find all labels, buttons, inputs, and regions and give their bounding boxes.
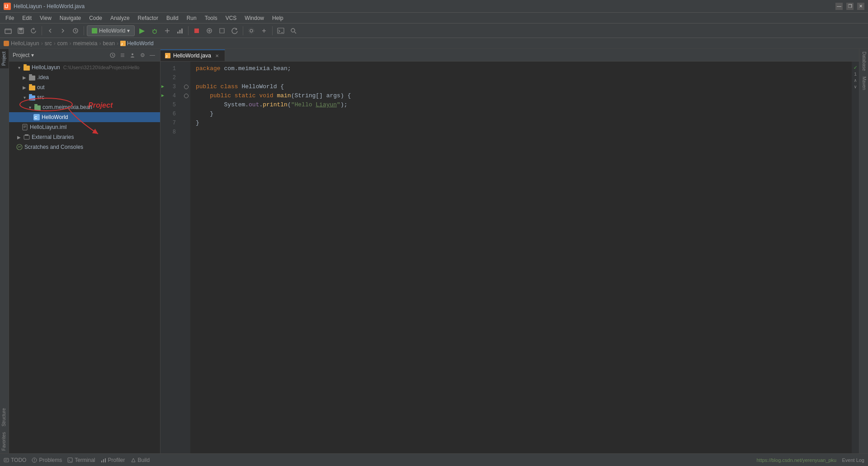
close-button[interactable]: ✕ bbox=[857, 3, 864, 10]
tab-bar: J HelloWorld.java ✕ bbox=[160, 49, 859, 62]
forward-button[interactable] bbox=[57, 25, 68, 36]
run-button[interactable]: ▶ bbox=[137, 25, 147, 36]
menu-code[interactable]: Code bbox=[85, 14, 106, 22]
expand-arrow-out[interactable]: ▶ bbox=[22, 85, 27, 90]
run-gutter-4[interactable]: ▶ bbox=[161, 91, 164, 100]
svg-rect-19 bbox=[4, 41, 9, 46]
up-arrow-icon[interactable]: ∧ bbox=[854, 78, 857, 83]
favorites-tab[interactable]: Favorites bbox=[0, 429, 9, 453]
build-button[interactable] bbox=[217, 25, 227, 36]
svg-rect-5 bbox=[19, 31, 22, 33]
breadcrumb-helloliayun[interactable]: HelloLiayun bbox=[11, 40, 39, 47]
expand-arrow-package[interactable]: ▾ bbox=[27, 105, 33, 110]
breadcrumb-src[interactable]: src bbox=[45, 40, 52, 47]
svg-rect-33 bbox=[34, 105, 41, 110]
search-button[interactable] bbox=[288, 25, 299, 36]
expand-arrow-idea[interactable]: ▶ bbox=[22, 75, 27, 80]
menu-help[interactable]: Help bbox=[269, 14, 287, 22]
menu-build[interactable]: Build bbox=[163, 14, 182, 22]
project-tab[interactable]: Project bbox=[0, 49, 9, 68]
svg-text:C: C bbox=[34, 115, 38, 120]
settings-button[interactable] bbox=[246, 25, 257, 36]
run-gutter-3[interactable]: ▶ bbox=[161, 82, 164, 91]
open-button[interactable] bbox=[3, 25, 14, 36]
tree-item-src[interactable]: ▾ src bbox=[9, 92, 160, 102]
line-num-7: 7 bbox=[160, 119, 179, 128]
menu-vcs[interactable]: VCS bbox=[222, 14, 241, 22]
down-arrow-icon[interactable]: ∨ bbox=[854, 84, 857, 90]
svg-rect-9 bbox=[177, 32, 179, 33]
profile-button[interactable] bbox=[175, 25, 185, 36]
build-button[interactable]: Build bbox=[131, 457, 150, 463]
tree-item-helloworld[interactable]: C HelloWorld bbox=[9, 112, 160, 122]
minimize-button[interactable]: — bbox=[835, 3, 843, 10]
menu-file[interactable]: File bbox=[2, 14, 18, 22]
breakpoint-indicator-4[interactable] bbox=[184, 94, 189, 98]
panel-settings-button[interactable]: ⚙ bbox=[138, 51, 146, 59]
breadcrumb-com[interactable]: com bbox=[57, 40, 68, 47]
coverage-button[interactable] bbox=[162, 25, 173, 36]
breadcrumb-meimeixia[interactable]: meimeixia bbox=[73, 40, 97, 47]
tree-item-iml[interactable]: HelloLiayun.iml bbox=[9, 122, 160, 132]
collapse-all-button[interactable] bbox=[118, 51, 127, 59]
tab-close-button[interactable]: ✕ bbox=[214, 52, 220, 59]
menu-navigate[interactable]: Navigate bbox=[56, 14, 85, 22]
breakpoint-indicator-3[interactable] bbox=[184, 85, 189, 89]
run-config-dropdown[interactable]: HelloWorld ▾ bbox=[87, 25, 135, 36]
back-button[interactable] bbox=[45, 25, 56, 36]
tree-item-scratches[interactable]: Scratches and Consoles bbox=[9, 142, 160, 152]
event-log-button[interactable]: Event Log bbox=[842, 457, 864, 463]
menu-run[interactable]: Run bbox=[183, 14, 200, 22]
debug-button[interactable] bbox=[149, 25, 160, 36]
java-file-icon: J bbox=[120, 41, 126, 46]
rerun-button[interactable] bbox=[229, 25, 240, 36]
svg-point-23 bbox=[132, 53, 133, 55]
todo-button[interactable]: TODO bbox=[4, 457, 26, 463]
maximize-button[interactable]: ❐ bbox=[846, 3, 854, 10]
database-tab[interactable]: Database bbox=[859, 49, 868, 74]
tree-item-idea[interactable]: ▶ .idea bbox=[9, 72, 160, 82]
svg-rect-28 bbox=[29, 74, 32, 76]
title-bar-controls[interactable]: — ❐ ✕ bbox=[835, 3, 864, 10]
menu-analyze[interactable]: Analyze bbox=[107, 14, 133, 22]
external-tools-button[interactable] bbox=[259, 25, 269, 36]
breadcrumb-bean[interactable]: bean bbox=[103, 40, 115, 47]
recent-files-button[interactable] bbox=[70, 25, 81, 36]
tree-item-package[interactable]: ▾ com.meimeixia.bean bbox=[9, 102, 160, 112]
editor-tab-helloworld[interactable]: J HelloWorld.java ✕ bbox=[160, 49, 225, 61]
svg-rect-47 bbox=[103, 459, 104, 462]
iml-icon bbox=[22, 124, 28, 130]
code-content[interactable]: package com.meimeixia.bean; public class… bbox=[190, 62, 852, 453]
tree-item-out[interactable]: ▶ out bbox=[9, 82, 160, 92]
menu-refactor[interactable]: Refactor bbox=[134, 14, 162, 22]
stop-button[interactable] bbox=[191, 25, 202, 36]
terminal-button[interactable]: Terminal bbox=[67, 457, 95, 463]
gutter-7 bbox=[182, 119, 190, 128]
structure-tab[interactable]: Structure bbox=[0, 405, 9, 429]
expand-arrow-src[interactable]: ▾ bbox=[22, 95, 27, 100]
menu-tools[interactable]: Tools bbox=[201, 14, 221, 22]
project-dropdown-arrow[interactable]: ▾ bbox=[31, 52, 34, 58]
problems-button[interactable]: Problems bbox=[32, 457, 62, 463]
expand-arrow-ext[interactable]: ▶ bbox=[16, 134, 22, 140]
code-line-4: public static void main(String[] args) { bbox=[196, 91, 852, 100]
expand-arrow-helloliayun[interactable]: ▾ bbox=[16, 65, 22, 70]
project-panel: Project ▾ ⚙ — bbox=[9, 49, 160, 453]
terminal-button[interactable] bbox=[275, 25, 286, 36]
menu-window[interactable]: Window bbox=[241, 14, 268, 22]
tree-item-ext-libraries[interactable]: ▶ External Libraries bbox=[9, 132, 160, 142]
save-all-button[interactable] bbox=[15, 25, 26, 36]
tree-item-helloliayun[interactable]: ▾ HelloLiayun C:\Users\32120\IdeaProject… bbox=[9, 62, 160, 72]
show-members-button[interactable] bbox=[128, 51, 137, 59]
synchronize-button[interactable] bbox=[28, 25, 39, 36]
build-project-button[interactable] bbox=[204, 25, 215, 36]
menu-edit[interactable]: Edit bbox=[19, 14, 35, 22]
svg-rect-10 bbox=[179, 30, 181, 33]
profiler-button[interactable]: Profiler bbox=[101, 457, 125, 463]
panel-close-button[interactable]: — bbox=[148, 51, 156, 59]
menu-view[interactable]: View bbox=[36, 14, 55, 22]
build-icon bbox=[131, 457, 136, 463]
locate-file-button[interactable] bbox=[108, 51, 117, 59]
window-title: HelloLiayun - HelloWorld.java bbox=[14, 3, 85, 10]
maven-tab[interactable]: Maven bbox=[859, 74, 868, 93]
